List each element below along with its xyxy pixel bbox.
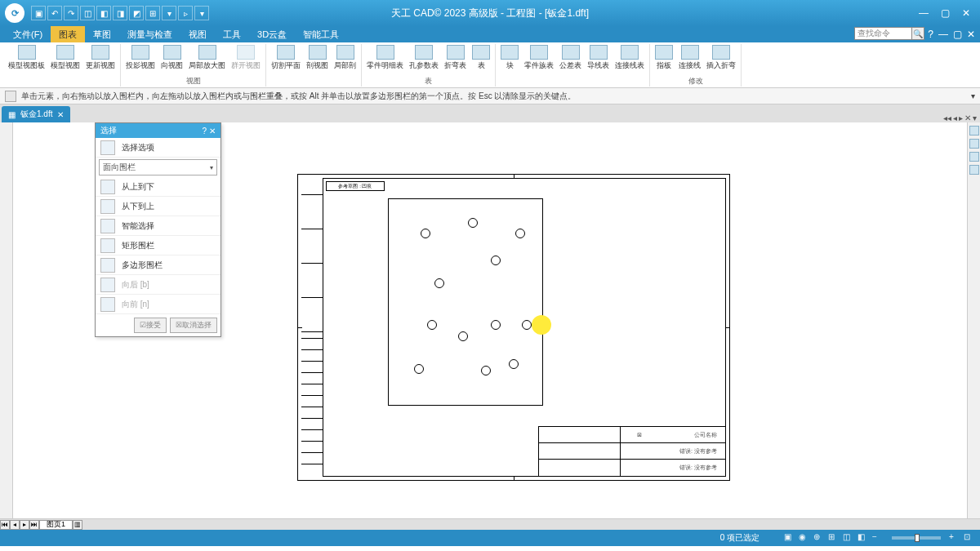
doc-nav-prev-icon[interactable]: ◂ xyxy=(953,113,957,122)
sheet-tab-1[interactable]: 图页1 xyxy=(39,520,73,530)
rb-localsection[interactable]: 局部剖 xyxy=(332,44,358,72)
rb-wiretable[interactable]: 导线表 xyxy=(586,44,611,72)
qat-btn8-icon[interactable]: ⊞ xyxy=(145,6,160,20)
hole-8[interactable] xyxy=(491,320,501,330)
zoom-fit-icon[interactable]: ⊡ xyxy=(964,532,975,544)
panel-cancel-button[interactable]: ☒取消选择 xyxy=(170,318,217,333)
panel-fence-mode-dropdown[interactable]: 面向围栏 xyxy=(99,159,217,176)
hole-3[interactable] xyxy=(515,229,525,238)
status-icon-6[interactable]: ◧ xyxy=(858,532,869,544)
rs-btn-4[interactable] xyxy=(969,165,979,175)
rs-btn-1[interactable] xyxy=(969,126,979,136)
rb-connectline[interactable]: 连接线 xyxy=(677,44,702,72)
hole-7[interactable] xyxy=(458,331,468,341)
title-block[interactable]: ⊠公司名称 错误: 没有参考 错误: 没有参考 xyxy=(538,426,726,477)
doc-nav-more-icon[interactable]: ▾ xyxy=(973,113,977,122)
menu-file[interactable]: 文件(F) xyxy=(5,26,51,42)
rs-btn-2[interactable] xyxy=(969,139,979,149)
qat-btn6-icon[interactable]: ◨ xyxy=(113,6,127,20)
zoom-in-icon[interactable]: + xyxy=(949,532,960,544)
rb-insertbend[interactable]: 插入折弯 xyxy=(705,44,737,72)
rb-detailview[interactable]: 局部放大图 xyxy=(187,44,227,72)
panel-accept-button[interactable]: ☑接受 xyxy=(134,318,167,333)
rb-updateview[interactable]: 更新视图 xyxy=(84,44,117,72)
mdi-minimize-icon[interactable]: — xyxy=(938,29,948,40)
rb-bendtable[interactable]: 折弯表 xyxy=(443,44,468,72)
st-first-icon[interactable]: ⏮ xyxy=(0,520,10,530)
qat-redo-icon[interactable]: ↷ xyxy=(64,6,78,20)
st-next-icon[interactable]: ▸ xyxy=(20,520,29,530)
rb-table[interactable]: 表 xyxy=(470,44,492,72)
hole-13[interactable] xyxy=(509,359,519,369)
hole-6[interactable] xyxy=(427,320,437,330)
mdi-close-icon[interactable]: ✕ xyxy=(967,29,975,40)
qat-pointer-icon[interactable]: ▹ xyxy=(178,6,193,20)
status-icon-4[interactable]: ⊞ xyxy=(828,532,840,544)
status-icon-3[interactable]: ⊕ xyxy=(813,532,825,544)
zoom-slider[interactable] xyxy=(892,536,941,540)
panel-help-icon[interactable]: ? xyxy=(202,127,207,136)
rb-connecttable[interactable]: 连接线表 xyxy=(613,44,646,72)
panel-close-icon[interactable]: ✕ xyxy=(209,127,216,136)
app-menu-button[interactable]: ⟳ xyxy=(5,3,24,23)
minimize-button[interactable]: — xyxy=(915,6,933,20)
rb-board[interactable]: 指板 xyxy=(653,44,675,72)
rb-sectionview[interactable]: 剖视图 xyxy=(305,44,330,72)
rb-toview[interactable]: 向视图 xyxy=(159,44,185,72)
canvas-area[interactable]: 选择 ? ✕ 选择选项 面向围栏 从上到下 从下到上 智能选择 矩形围栏 多边形… xyxy=(13,122,967,518)
drawing-sheet[interactable]: 参考草图 : 凹痕 xyxy=(297,174,730,481)
panel-smart-select[interactable]: 智能选择 xyxy=(96,216,220,236)
qat-btn7-icon[interactable]: ◩ xyxy=(129,6,144,20)
menu-sketch[interactable]: 草图 xyxy=(85,26,119,42)
close-button[interactable]: ✕ xyxy=(957,6,975,20)
rb-familytable[interactable]: 零件族表 xyxy=(523,44,555,72)
qat-more-icon[interactable]: ▾ xyxy=(194,6,209,20)
rs-btn-3[interactable] xyxy=(969,152,979,162)
rb-modelview[interactable]: 模型视图 xyxy=(49,44,82,72)
menu-cloud3d[interactable]: 3D云盘 xyxy=(249,26,295,42)
help-icon[interactable]: ? xyxy=(928,29,933,40)
rb-modelboard[interactable]: 模型视图板 xyxy=(7,44,47,72)
hole-9[interactable] xyxy=(522,320,532,330)
zoom-out-icon[interactable]: − xyxy=(872,532,884,544)
doc-nav-next-icon[interactable]: ▸ xyxy=(959,113,963,122)
document-tab[interactable]: ▦ 钣金1.dft ✕ xyxy=(2,106,70,122)
panel-bottom-to-top[interactable]: 从下到上 xyxy=(96,197,220,216)
hole-4[interactable] xyxy=(491,256,501,265)
mdi-restore-icon[interactable]: ▢ xyxy=(953,29,962,40)
doc-nav-close-icon[interactable]: ✕ xyxy=(964,113,971,122)
hole-5[interactable] xyxy=(434,278,444,288)
panel-top-to-bottom[interactable]: 从上到下 xyxy=(96,177,220,197)
rb-projview[interactable]: 投影视图 xyxy=(124,44,157,72)
hole-11[interactable] xyxy=(414,364,424,374)
hole-12[interactable] xyxy=(481,366,491,375)
menu-measure[interactable]: 测量与检查 xyxy=(119,26,180,42)
menu-smart[interactable]: 智能工具 xyxy=(295,26,347,42)
panel-rect-fence[interactable]: 矩形围栏 xyxy=(96,236,220,256)
rb-holetable[interactable]: 孔参数表 xyxy=(408,44,440,72)
menu-view[interactable]: 视图 xyxy=(180,26,215,42)
menu-tools[interactable]: 工具 xyxy=(215,26,249,42)
st-last-icon[interactable]: ⏭ xyxy=(29,520,39,530)
status-icon-5[interactable]: ◫ xyxy=(843,532,854,544)
panel-options[interactable]: 选择选项 xyxy=(96,138,220,158)
rb-toltable[interactable]: 公差表 xyxy=(558,44,583,72)
search-icon[interactable]: 🔍 xyxy=(911,27,924,40)
qat-btn5-icon[interactable]: ◧ xyxy=(96,6,111,20)
hint-dropdown-icon[interactable]: ▾ xyxy=(971,91,975,100)
status-icon-1[interactable]: ▣ xyxy=(784,532,795,544)
doc-tab-close-icon[interactable]: ✕ xyxy=(57,110,64,119)
rb-openview[interactable]: 群开视图 xyxy=(229,44,262,72)
hole-2[interactable] xyxy=(468,218,478,228)
panel-poly-fence[interactable]: 多边形围栏 xyxy=(96,256,220,275)
qat-undo-icon[interactable]: ↶ xyxy=(47,6,62,20)
zoom-thumb[interactable] xyxy=(915,534,920,542)
rb-block[interactable]: 块 xyxy=(499,44,520,72)
qat-btn4-icon[interactable]: ◫ xyxy=(80,6,95,20)
panel-title-bar[interactable]: 选择 ? ✕ xyxy=(96,123,220,138)
doc-nav-first-icon[interactable]: ◂◂ xyxy=(943,113,951,122)
st-prev-icon[interactable]: ◂ xyxy=(10,520,20,530)
rb-cutplane[interactable]: 切割平面 xyxy=(270,44,302,72)
qat-save-icon[interactable]: ▣ xyxy=(31,6,46,20)
rb-bom[interactable]: 零件明细表 xyxy=(365,44,405,72)
